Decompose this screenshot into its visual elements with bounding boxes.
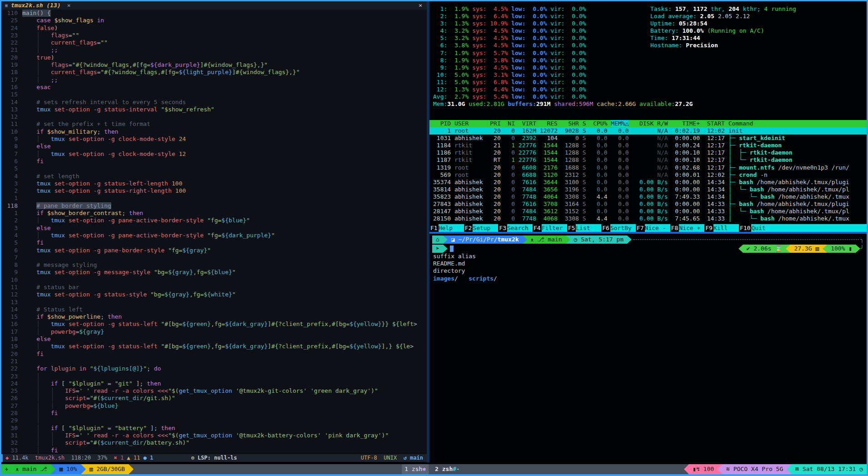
editor-line[interactable]: 15 bbox=[1, 91, 427, 98]
editor-line[interactable]: 13 tmux set-option -g status-interval "$… bbox=[1, 106, 427, 113]
editor-line[interactable]: 14 # sets refresh interval to every 5 se… bbox=[1, 99, 427, 106]
editor-line[interactable]: 29 │ bbox=[1, 417, 427, 424]
process-row[interactable]: 1 root 20 0 162M 12072 9028 S 0.0 0.0 N/… bbox=[429, 127, 867, 135]
terminal-cursor[interactable] bbox=[450, 246, 454, 252]
editor-line[interactable]: 9 │ tmux set-option -g clock-mode-style … bbox=[1, 135, 427, 143]
editor-line[interactable]: 17 │ powerbg=${gray} bbox=[1, 328, 427, 336]
editor-line[interactable]: 17 │ ;; bbox=[1, 76, 427, 84]
editor-line[interactable]: 22 for lplugin in "${lplugins[@]}"; do bbox=[1, 365, 427, 372]
process-row[interactable]: 35374 abhishek 20 0 7616 3644 3100 S 0.0… bbox=[429, 179, 867, 186]
editor-line[interactable]: 10 bbox=[1, 276, 427, 284]
fkey-number[interactable]: F5 bbox=[567, 224, 576, 232]
editor-line[interactable]: 9 tmux set-option -g message-style "bg=$… bbox=[1, 269, 427, 276]
editor-line[interactable]: 16 esac bbox=[1, 84, 427, 91]
editor-line[interactable]: 20 true) bbox=[1, 54, 427, 61]
editor-line[interactable]: 14 # Status left bbox=[1, 306, 427, 313]
editor-line[interactable]: 1 if $show_border_contrast; then bbox=[1, 210, 427, 217]
editor-line[interactable]: 18 │ current_flags="#{?window_flags,#[fg… bbox=[1, 69, 427, 76]
process-row[interactable]: 35814 abhishek 20 0 7484 3656 3196 S 0.0… bbox=[429, 186, 867, 193]
window-tab-2-zsh[interactable]: 2 zsh#- bbox=[432, 464, 463, 474]
editor-line[interactable]: 5 bbox=[1, 165, 427, 172]
editor-line[interactable]: 110main() { bbox=[1, 10, 427, 17]
process-row[interactable]: 569 root 20 0 6688 3120 2312 S 0.0 0.0 N… bbox=[429, 171, 867, 179]
editor-line[interactable]: 8 else bbox=[1, 143, 427, 150]
editor-line[interactable]: 28 │ fi bbox=[1, 410, 427, 417]
editor-line[interactable]: 20 fi bbox=[1, 351, 427, 358]
editor-line[interactable]: 32 │ │ script="#($current_dir/battery.sh… bbox=[1, 439, 427, 446]
editor-line[interactable]: 21 │ ;; bbox=[1, 46, 427, 54]
editor-line[interactable]: 15 if $show_powerline; then bbox=[1, 313, 427, 321]
editor-line[interactable]: 25 │ │ IFS=' ' read -r -a colors <<<"$(g… bbox=[1, 387, 427, 395]
editor-line[interactable]: 25 case $show_flags in bbox=[1, 17, 427, 24]
editor-line[interactable]: 24 false) bbox=[1, 25, 427, 32]
editor-line[interactable]: 4 │ tmux set-option -g pane-active-borde… bbox=[1, 232, 427, 239]
editor-line[interactable]: 22 │ current_flags="" bbox=[1, 39, 427, 46]
fkey-setup[interactable]: Setup bbox=[473, 224, 498, 232]
editor-line[interactable]: 118 # pane border styling bbox=[1, 202, 427, 210]
fkey-kill[interactable]: Kill bbox=[713, 224, 739, 232]
editor-line[interactable]: 2 tmux set-option -g status-right-length… bbox=[1, 187, 427, 195]
fkey-number[interactable]: F2 bbox=[464, 224, 473, 232]
editor-line[interactable]: 12 tmux set-option -g status-style "bg=$… bbox=[1, 291, 427, 298]
editor-line[interactable]: 7 │ tmux set-option -g clock-mode-style … bbox=[1, 150, 427, 158]
fkey-number[interactable]: F4 bbox=[533, 224, 542, 232]
terminal-pane[interactable]: ⌂◪ ~/Pr/Gi/Pr/tmux2kᴥ ⎇ main◷ Sat, 5:17 … bbox=[429, 234, 867, 462]
editor-line[interactable]: 7 bbox=[1, 254, 427, 261]
fkey-number[interactable]: F8 bbox=[670, 224, 679, 232]
editor-line[interactable]: 12 bbox=[1, 113, 427, 120]
process-row[interactable]: 1186 rtkit 20 0 22776 1544 1288 S 0.0 0.… bbox=[429, 149, 867, 156]
editor-line[interactable]: 24 │ if [ "$lplugin" = "git" ]; then bbox=[1, 380, 427, 387]
fkey-number[interactable]: F6 bbox=[601, 224, 610, 232]
process-row[interactable]: 27843 abhishek 20 0 7616 3708 3164 S 0.0… bbox=[429, 200, 867, 208]
editor-line[interactable]: 10 if $show_military; then bbox=[1, 128, 427, 135]
editor-line[interactable]: 8 # message styling bbox=[1, 261, 427, 269]
process-row[interactable]: 28150 abhishek 20 0 7748 4068 3308 S 4.4… bbox=[429, 215, 867, 222]
process-table-header[interactable]: PID USER PRI NI VIRT RES SHR S CPU% MEM%… bbox=[429, 120, 867, 127]
editor-line[interactable]: 30 │ if [ "$lplugin" = "battery" ]; then bbox=[1, 425, 427, 432]
htop-pane[interactable]: 1: 1.9% sys: 4.5% low: 0.0% vir: 0.0% 2:… bbox=[429, 1, 867, 232]
process-row[interactable]: 28147 abhishek 20 0 7484 3612 3152 S 0.0… bbox=[429, 208, 867, 215]
editor-buffer[interactable]: 110main() {25 case $show_flags in24 fals… bbox=[1, 10, 427, 454]
fkey-number[interactable]: F10 bbox=[739, 224, 751, 232]
process-row[interactable]: 1319 root 20 0 6608 2176 1688 S 0.0 0.0 … bbox=[429, 164, 867, 171]
fkey-nice[interactable]: Nice + bbox=[679, 224, 704, 232]
editor-line[interactable]: 16 │ tmux set-option -g status-left "#[b… bbox=[1, 321, 427, 328]
process-row[interactable]: 35823 abhishek 20 0 7748 4064 3308 S 4.4… bbox=[429, 193, 867, 200]
tab-close-icon[interactable]: × bbox=[67, 2, 71, 9]
editor-line[interactable]: 3 tmux set-option -g status-left-length … bbox=[1, 180, 427, 187]
editor-line[interactable]: 3 else bbox=[1, 225, 427, 232]
editor-line[interactable]: 13 bbox=[1, 299, 427, 306]
editor-line[interactable]: 23 │ bbox=[1, 373, 427, 380]
fkey-filter[interactable]: Filter bbox=[542, 224, 567, 232]
fkey-quit[interactable]: Quit bbox=[751, 224, 777, 232]
editor-line[interactable]: 5 fi bbox=[1, 239, 427, 246]
editor-line[interactable]: 6 tmux set-option -g pane-border-style "… bbox=[1, 247, 427, 254]
editor-line[interactable]: 2 │ tmux set-option -g pane-active-borde… bbox=[1, 217, 427, 224]
editor-line[interactable]: 11 # status bar bbox=[1, 284, 427, 291]
panel-close-icon[interactable]: × bbox=[419, 2, 422, 9]
editor-line[interactable]: 6 fi bbox=[1, 158, 427, 165]
editor-line[interactable]: 19 │ flags="#{?window_flags,#[fg=${dark_… bbox=[1, 61, 427, 69]
editor-line[interactable]: 26 │ │ script="#($current_dir/git.sh)" bbox=[1, 395, 427, 402]
editor-line[interactable]: 19 │ tmux set-option -g status-left "#[b… bbox=[1, 343, 427, 350]
editor-line[interactable]: 33 │ fi bbox=[1, 447, 427, 454]
fkey-number[interactable]: F1 bbox=[429, 224, 439, 232]
window-tab-1-zsh[interactable]: 1 zsh✱ bbox=[402, 464, 429, 474]
editor-line[interactable]: 21 bbox=[1, 358, 427, 365]
fkey-number[interactable]: F9 bbox=[704, 224, 713, 232]
process-row[interactable]: 1187 rtkit RT 1 22776 1544 1288 S 0.0 0.… bbox=[429, 156, 867, 164]
editor-line[interactable]: 31 │ │ IFS=' ' read -r -a colors <<<"$(g… bbox=[1, 432, 427, 439]
editor-line[interactable]: 11 # set the prefix + t time format bbox=[1, 120, 427, 128]
editor-line[interactable]: 1 bbox=[1, 195, 427, 202]
editor-line[interactable]: 4 # set length bbox=[1, 173, 427, 180]
fkey-nice[interactable]: Nice - bbox=[645, 224, 670, 232]
fkey-list[interactable]: List bbox=[576, 224, 601, 232]
prompt-rocket-icon[interactable]: ➤ bbox=[432, 245, 443, 253]
editor-line[interactable]: 18 else bbox=[1, 336, 427, 343]
fkey-search[interactable]: Search bbox=[507, 224, 533, 232]
process-row[interactable]: 1184 rtkit 21 1 22776 1544 1288 S 0.0 0.… bbox=[429, 142, 867, 149]
fkey-number[interactable]: F7 bbox=[636, 224, 645, 232]
fkey-number[interactable]: F3 bbox=[498, 224, 507, 232]
neovim-pane[interactable]: ▣ tmux2k.sh (13) × × 110main() {25 case … bbox=[1, 1, 427, 462]
tab-title[interactable]: tmux2k.sh (13) bbox=[11, 2, 61, 9]
